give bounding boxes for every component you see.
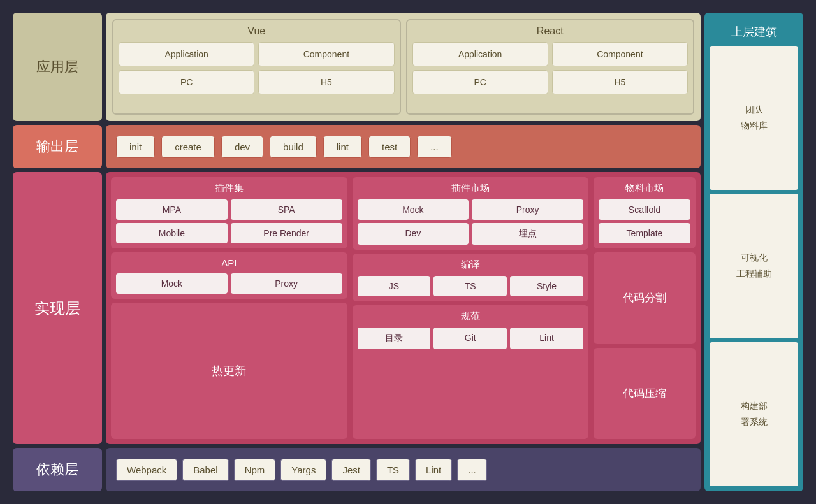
code-split-section: 代码分割 — [594, 252, 696, 344]
spec-lint: Lint — [510, 328, 583, 349]
market-mock: Mock — [358, 199, 469, 220]
dep-layer-label: 依赖层 — [13, 448, 102, 491]
dep-content-area: Webpack Babel Npm Yargs Jest TS Lint ... — [106, 448, 701, 491]
compile-style: Style — [510, 276, 583, 296]
dep-lint: Lint — [415, 459, 452, 481]
api-section: API Mock Proxy — [111, 252, 347, 299]
hot-update-label: 热更新 — [212, 363, 246, 378]
plugin-set-title: 插件集 — [116, 182, 342, 194]
output-layer-label: 输出层 — [13, 125, 102, 168]
impl-content-area: 插件集 MPA SPA Mobile Pre Render API — [106, 172, 701, 444]
api-proxy: Proxy — [231, 273, 342, 294]
output-content-area: init create dev build lint test ... — [106, 125, 701, 168]
vue-application: Application — [119, 42, 254, 66]
cmd-init: init — [116, 136, 155, 158]
code-compress-label: 代码压缩 — [623, 386, 666, 401]
react-title: React — [412, 25, 688, 37]
material-market-title: 物料市场 — [599, 182, 690, 194]
cmd-more: ... — [417, 136, 452, 158]
vue-pc: PC — [119, 70, 254, 94]
plugin-mpa: MPA — [116, 199, 228, 220]
app-layer-label: 应用层 — [13, 13, 102, 121]
sidebar-item-material: 团队物料库 — [710, 46, 798, 190]
market-dev: Dev — [358, 223, 469, 245]
api-mock: Mock — [116, 273, 228, 294]
spec-title: 规范 — [358, 310, 584, 322]
spec-section: 规范 目录 Git Lint — [353, 305, 589, 439]
impl-layer-label: 实现层 — [13, 172, 102, 444]
react-application: Application — [412, 42, 548, 66]
spec-git: Git — [433, 328, 507, 349]
plugin-set-section: 插件集 MPA SPA Mobile Pre Render — [111, 177, 347, 248]
react-box: React Application Component PC H5 — [406, 19, 695, 115]
dep-jest: Jest — [332, 459, 371, 481]
material-template: Template — [599, 223, 690, 243]
dep-babel: Babel — [182, 459, 228, 481]
plugin-market-title: 插件市场 — [358, 182, 584, 194]
cmd-test: test — [368, 136, 411, 158]
plugin-spa: SPA — [231, 199, 342, 220]
react-h5: H5 — [552, 70, 688, 94]
app-content-area: Vue Application Component PC H5 React Ap… — [106, 13, 701, 121]
cmd-dev: dev — [221, 136, 263, 158]
plugin-market-section: 插件市场 Mock Proxy Dev 埋点 — [353, 177, 589, 250]
cmd-build: build — [270, 136, 317, 158]
compile-js: JS — [358, 276, 431, 296]
plugin-prerender: Pre Render — [231, 223, 342, 243]
sidebar-title: 上层建筑 — [710, 18, 798, 46]
sidebar-item-visual: 可视化工程辅助 — [710, 194, 798, 338]
spec-dir: 目录 — [358, 328, 431, 349]
right-sidebar: 上层建筑 团队物料库 可视化工程辅助 构建部署系统 — [704, 13, 803, 491]
vue-h5: H5 — [258, 70, 394, 94]
material-scaffold: Scaffold — [599, 199, 690, 220]
dep-more: ... — [457, 459, 487, 481]
compile-ts: TS — [433, 276, 507, 296]
compile-section: 编译 JS TS Style — [353, 254, 589, 301]
market-proxy: Proxy — [472, 199, 583, 220]
dep-yargs: Yargs — [280, 459, 326, 481]
vue-component: Component — [258, 42, 394, 66]
hot-update-section: 热更新 — [111, 303, 347, 439]
dep-ts: TS — [376, 459, 410, 481]
react-pc: PC — [412, 70, 548, 94]
code-split-label: 代码分割 — [623, 291, 666, 305]
vue-box: Vue Application Component PC H5 — [112, 19, 401, 115]
plugin-mobile: Mobile — [116, 223, 228, 243]
code-compress-section: 代码压缩 — [594, 348, 696, 440]
cmd-lint: lint — [323, 136, 362, 158]
market-tracker: 埋点 — [472, 223, 583, 245]
cmd-create: create — [161, 136, 215, 158]
dep-webpack: Webpack — [116, 459, 177, 481]
material-market-section: 物料市场 Scaffold Template — [594, 177, 696, 248]
dep-npm: Npm — [234, 459, 276, 481]
compile-title: 编译 — [358, 259, 584, 271]
react-component: Component — [552, 42, 688, 66]
api-title: API — [116, 257, 342, 268]
sidebar-item-build: 构建部署系统 — [710, 342, 798, 486]
vue-title: Vue — [119, 25, 395, 37]
